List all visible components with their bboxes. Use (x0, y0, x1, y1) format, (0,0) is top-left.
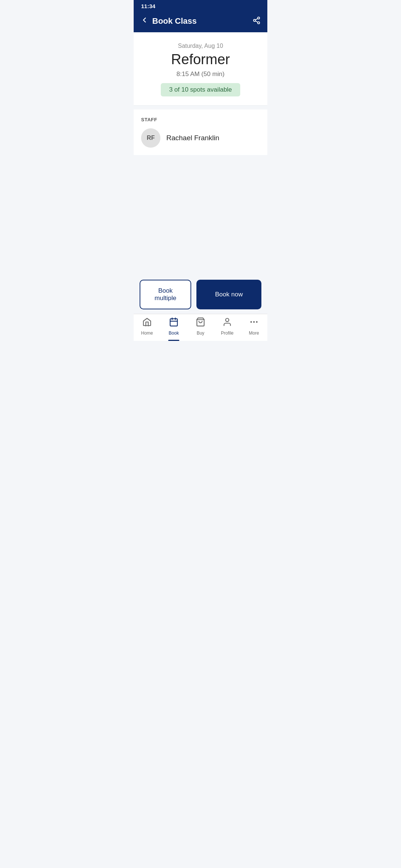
svg-point-12 (253, 321, 255, 323)
spots-available-badge: 3 of 10 spots available (161, 83, 240, 96)
nav-item-home[interactable]: Home (134, 317, 160, 336)
svg-point-10 (226, 318, 229, 322)
book-action-bar: Book multiple Book now (134, 274, 267, 314)
staff-initials: RF (147, 135, 154, 141)
nav-item-more[interactable]: More (241, 317, 267, 336)
nav-label-home: Home (141, 331, 153, 336)
page-title: Book Class (152, 16, 197, 26)
staff-section: STAFF RF Rachael Franklin (134, 109, 267, 155)
share-button[interactable] (252, 16, 261, 26)
staff-member: RF Rachael Franklin (141, 128, 260, 148)
staff-avatar: RF (141, 128, 160, 148)
class-time: 8:15 AM (50 min) (141, 70, 260, 78)
nav-label-book: Book (169, 331, 179, 336)
class-info: Saturday, Aug 10 Reformer 8:15 AM (50 mi… (134, 32, 267, 106)
svg-line-3 (255, 21, 258, 22)
staff-section-label: STAFF (141, 117, 260, 122)
status-bar: 11:34 (134, 0, 267, 11)
bottom-nav: Home Book (134, 314, 267, 341)
class-date: Saturday, Aug 10 (141, 43, 260, 49)
nav-item-book[interactable]: Book (160, 317, 187, 336)
nav-label-more: More (249, 331, 259, 336)
svg-point-11 (250, 321, 252, 323)
nav-item-buy[interactable]: Buy (187, 317, 214, 336)
header-left: Book Class (140, 16, 197, 26)
home-icon (142, 317, 152, 329)
nav-label-buy: Buy (197, 331, 205, 336)
status-time: 11:34 (141, 3, 155, 9)
staff-name: Rachael Franklin (166, 134, 219, 142)
more-icon (249, 317, 259, 329)
svg-rect-5 (170, 319, 177, 326)
header: Book Class (134, 11, 267, 32)
buy-icon (196, 317, 205, 329)
profile-icon (222, 317, 232, 329)
book-icon (169, 317, 179, 329)
nav-active-indicator (168, 340, 179, 341)
svg-line-4 (255, 18, 258, 20)
class-name: Reformer (141, 52, 260, 68)
book-multiple-button[interactable]: Book multiple (140, 280, 191, 309)
content-spacer (134, 155, 267, 274)
nav-label-profile: Profile (221, 331, 234, 336)
svg-point-13 (256, 321, 257, 323)
book-now-button[interactable]: Book now (196, 280, 261, 309)
nav-item-profile[interactable]: Profile (214, 317, 241, 336)
back-button[interactable] (140, 16, 149, 26)
